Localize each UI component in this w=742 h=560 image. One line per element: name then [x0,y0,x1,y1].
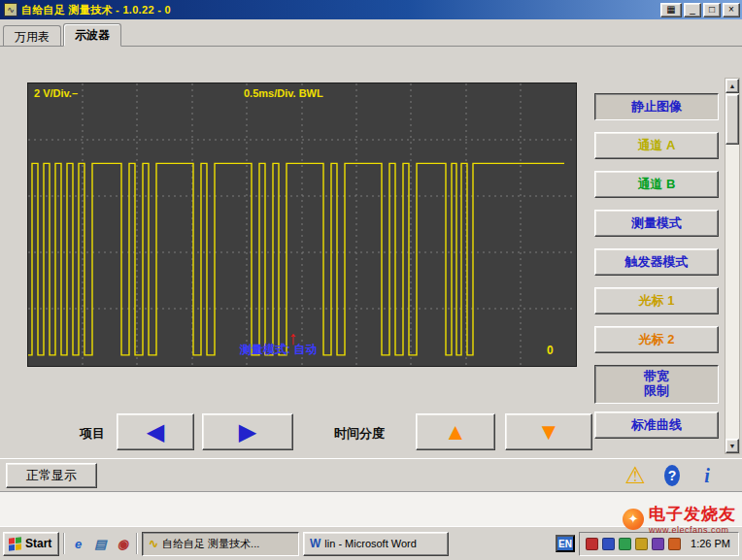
item-next-button[interactable]: ▶ [202,413,293,450]
tab-strip: 万用表 示波器 [0,19,742,47]
tray-icon[interactable] [602,538,615,550]
channel-b-button[interactable]: 通道 B [594,171,719,198]
restore-button[interactable]: □ [703,3,721,17]
bandwidth-limit-button[interactable]: 带宽 限制 [594,365,719,404]
keyboard-button[interactable]: ▦ [660,3,682,17]
warning-icon: ⚠ [624,464,646,487]
normal-display-button[interactable]: 正常显示 [6,463,97,488]
oscilloscope-display: 2 V/Div.– 0.5ms/Div. BWL 测量模式: 自动 ↑ 0 [27,82,577,367]
app-icon[interactable]: ∿ [4,3,17,16]
tab-multimeter[interactable]: 万用表 [3,25,61,46]
volts-per-div-label: 2 V/Div.– [34,87,78,99]
trigger-mode-button[interactable]: 触发器模式 [594,248,719,276]
time-div-down-button[interactable]: ▼ [505,413,592,450]
window-title: 自给自足 测量技术 - 1.0.22 - 0 [21,3,658,17]
trigger-arrow-icon: ↑ [288,328,298,349]
tab-oscilloscope[interactable]: 示波器 [63,23,121,47]
measure-mode-label: 测量模式: 自动 [240,342,317,358]
cursor-2-button[interactable]: 光标 2 [594,326,719,353]
item-label: 项目 [80,425,105,443]
tray-icon[interactable] [619,538,631,550]
info-button[interactable]: i [693,462,721,489]
show-desktop-icon[interactable]: ▤ [91,535,110,553]
warning-icon-button[interactable]: ⚠ [622,462,649,489]
system-tray: 1:26 PM [579,532,739,556]
tray-icon[interactable] [635,538,648,550]
title-bar: ∿ 自给自足 测量技术 - 1.0.22 - 0 ▦ _ □ × [0,0,742,19]
app-task-label: 自给自足 测量技术... [162,537,259,551]
word-task-icon: W [310,537,320,550]
start-label: Start [25,537,51,550]
time-division-label: 时间分度 [334,425,385,443]
info-icon: i [704,465,710,487]
internet-explorer-icon[interactable]: e [69,535,87,553]
help-icon: ? [664,465,680,486]
channel-a-button[interactable]: 通道 A [594,132,719,159]
taskbar-divider [136,533,138,554]
freeze-image-button[interactable]: 静止图像 [594,93,719,120]
app-task-icon: ∿ [149,537,158,550]
measure-mode-button[interactable]: 测量模式 [594,210,719,237]
minimize-button[interactable]: _ [684,3,701,17]
time-per-div-label: 0.5ms/Div. BWL [244,87,323,99]
scroll-up-button[interactable]: ▲ [725,79,739,93]
application-window: ∿ 自给自足 测量技术 - 1.0.22 - 0 ▦ _ □ × 万用表 示波器… [0,0,742,560]
waveform-plot [28,83,576,366]
item-prev-button[interactable]: ◀ [117,413,194,450]
media-player-icon[interactable]: ◉ [114,535,132,553]
taskbar: Start e ▤ ◉ ∿ 自给自足 测量技术... W lin - Micro… [0,526,742,560]
taskbar-clock[interactable]: 1:26 PM [691,538,730,549]
tray-icon[interactable] [668,538,681,550]
scroll-thumb[interactable] [725,94,739,145]
windows-logo-icon [9,537,21,550]
vertical-scrollbar[interactable]: ▲ ▼ [725,78,740,454]
status-bar: 正常显示 ⚠ ? i [0,458,742,491]
taskbar-divider [63,533,65,554]
task-button-word[interactable]: W lin - Microsoft Word [303,532,449,556]
cursor-1-button[interactable]: 光标 1 [594,287,719,314]
help-button[interactable]: ? [658,462,686,489]
background-strip [0,491,742,526]
word-task-label: lin - Microsoft Word [324,538,417,549]
language-indicator[interactable]: EN [556,535,575,552]
scroll-down-button[interactable]: ▼ [725,439,739,453]
tray-icon[interactable] [652,538,664,550]
task-button-app[interactable]: ∿ 自给自足 测量技术... [142,532,299,556]
tray-icon[interactable] [586,538,598,550]
time-div-up-button[interactable]: ▲ [416,413,495,450]
start-button[interactable]: Start [3,532,59,556]
standard-curve-button[interactable]: 标准曲线 [594,412,719,439]
close-button[interactable]: × [723,3,740,17]
zero-marker: 0 [547,344,554,357]
